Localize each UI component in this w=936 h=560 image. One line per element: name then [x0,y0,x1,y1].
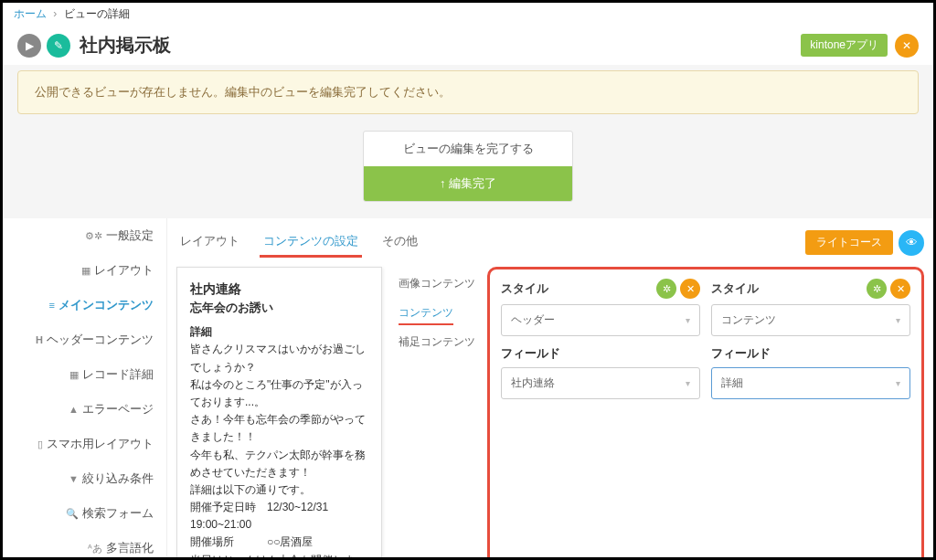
kintone-badge[interactable]: kintoneアプリ [801,34,888,57]
search-icon: 🔍 [66,508,79,519]
close-icon[interactable]: ✕ [895,34,919,58]
content-preview: 社内連絡 忘年会のお誘い 詳細 皆さんクリスマスはいかがお過ごしでしょうか？ 私… [176,267,382,560]
chevron-down-icon: ▾ [686,378,690,388]
edit-complete-panel: ビューの編集を完了する ↑ 編集完了 [363,131,573,202]
breadcrumb: ホーム › ビューの詳細 [3,3,933,26]
config-label-column: 画像コンテンツ コンテンツ 補足コンテンツ [399,267,476,560]
edit-icon[interactable]: ✎ [47,34,70,58]
tab-content-settings[interactable]: コンテンツの設定 [260,227,362,258]
preview-subtitle: 忘年会のお誘い [190,299,368,318]
page-header: ▶ ✎ 社内掲示板 kintoneアプリ ✕ [3,26,933,65]
style-select-2[interactable]: コンテンツ ▾ [711,304,910,336]
chevron-down-icon: ▾ [686,315,690,325]
edit-complete-button[interactable]: ↑ 編集完了 [364,166,572,201]
content-tabs: レイアウト コンテンツの設定 その他 [176,227,421,258]
grid-icon: ▦ [81,265,90,276]
sidebar-item-header-content[interactable]: Hヘッダーコンテンツ [3,322,166,357]
sidebar-item-general[interactable]: ⚙✲一般設定 [3,218,166,253]
sidebar-item-error-page[interactable]: ▲エラーページ [3,392,166,427]
sidebar-item-layout[interactable]: ▦レイアウト [3,253,166,288]
sidebar-item-filter[interactable]: ▼絞り込み条件 [3,461,166,496]
tab-other[interactable]: その他 [378,227,421,258]
sidebar-item-record-detail[interactable]: ▦レコード詳細 [3,357,166,392]
filter-icon: ▼ [69,473,79,484]
field-select-2[interactable]: 詳細 ▾ [711,367,910,399]
style-select-1[interactable]: ヘッダー ▾ [501,304,700,336]
h-icon: H [36,334,43,345]
field-label-2: フィールド [711,345,910,362]
grid-icon: ▦ [69,369,79,380]
chevron-down-icon: ▾ [896,378,900,388]
play-icon[interactable]: ▶ [17,34,41,58]
label-image-content[interactable]: 画像コンテンツ [399,272,476,301]
settings-gear-icon[interactable]: ✲ [867,279,887,299]
warning-message: 公開できるビューが存在しません。編集中のビューを編集完了してください。 [17,70,919,114]
gear-icon: ⚙✲ [85,230,102,241]
delete-icon[interactable]: ✕ [890,279,910,299]
sidebar-item-mobile-layout[interactable]: ▯スマホ用レイアウト [3,427,166,461]
style-label-1: スタイル [501,280,653,297]
warning-icon: ▲ [69,404,79,415]
preview-body: 皆さんクリスマスはいかがお過ごしでしょうか？ 私は今のところ"仕事の予定"が入っ… [190,341,368,560]
settings-gear-icon[interactable]: ✲ [656,279,676,299]
settings-sidebar: ⚙✲一般設定 ▦レイアウト ≡メインコンテンツ Hヘッダーコンテンツ ▦レコード… [3,218,167,560]
field-label-1: フィールド [501,345,700,362]
sidebar-item-search-form[interactable]: 🔍検索フォーム [3,496,166,531]
page-title: 社内掲示板 [80,33,801,58]
sidebar-item-i18n[interactable]: ᴬあ多言語化 [3,531,166,560]
label-supplement[interactable]: 補足コンテンツ [399,331,476,360]
course-badge[interactable]: ライトコース [805,230,893,255]
highlighted-config-area: スタイル ✲ ✕ ヘッダー ▾ フィールド 社内連絡 ▾ [487,267,924,560]
list-icon: ≡ [49,300,55,311]
field-select-1[interactable]: 社内連絡 ▾ [501,367,700,399]
tab-layout[interactable]: レイアウト [176,227,243,258]
style-label-2: スタイル [711,280,863,297]
preview-title: 社内連絡 [190,279,368,299]
breadcrumb-current: ビューの詳細 [64,7,130,20]
phone-icon: ▯ [37,438,43,449]
preview-section: 詳細 [190,323,368,341]
chevron-down-icon: ▾ [896,315,900,325]
edit-complete-label: ビューの編集を完了する [364,132,572,166]
delete-icon[interactable]: ✕ [680,279,700,299]
label-content[interactable]: コンテンツ [399,301,453,325]
breadcrumb-home[interactable]: ホーム [14,7,47,20]
preview-icon[interactable]: 👁 [899,230,924,256]
sidebar-item-main-content[interactable]: ≡メインコンテンツ [3,288,166,322]
language-icon: ᴬあ [88,543,102,554]
